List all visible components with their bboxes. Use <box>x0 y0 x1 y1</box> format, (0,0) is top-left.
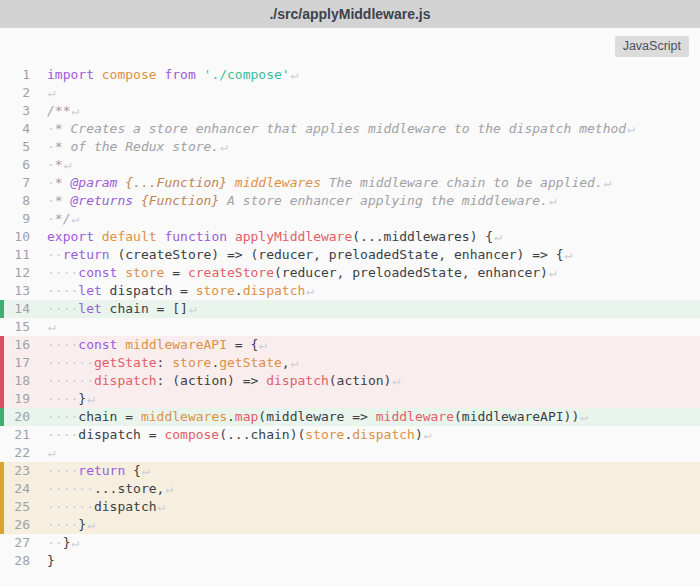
line-number: 6 <box>0 156 47 174</box>
eol-marker-icon: ↵ <box>290 67 299 82</box>
code-line-7: 7·* @param {...Function} middlewares The… <box>0 174 700 192</box>
code-line-20: 20····chain = middlewares.map(middleware… <box>0 408 700 426</box>
code-line-15: 15↵ <box>0 318 700 336</box>
code-line-13: 13····let dispatch = store.dispatch↵ <box>0 282 700 300</box>
eol-marker-icon: ↵ <box>290 355 299 370</box>
eol-marker-icon: ↵ <box>47 445 56 460</box>
code-line-28: 28} <box>0 552 700 570</box>
line-number: 28 <box>0 552 47 570</box>
line-content: ······getState: store.getState,↵ <box>47 354 700 372</box>
badge-row: JavaScript <box>0 28 700 66</box>
code-line-22: 22↵ <box>0 444 700 462</box>
line-content: ····const store = createStore(reducer, p… <box>47 264 700 282</box>
line-number: 20 <box>0 408 47 426</box>
code-line-8: 8·* @returns {Function} A store enhancer… <box>0 192 700 210</box>
line-content: ·* of the Redux store.↵ <box>47 138 700 156</box>
eol-marker-icon: ↵ <box>188 301 197 316</box>
eol-marker-icon: ↵ <box>86 517 95 532</box>
line-number: 15 <box>0 318 47 336</box>
code-line-10: 10export default function applyMiddlewar… <box>0 228 700 246</box>
eol-marker-icon: ↵ <box>258 337 267 352</box>
eol-marker-icon: ↵ <box>579 409 588 424</box>
eol-marker-icon: ↵ <box>493 229 502 244</box>
language-badge: JavaScript <box>615 36 689 57</box>
eol-marker-icon: ↵ <box>626 121 635 136</box>
code-line-25: 25······dispatch↵ <box>0 498 700 516</box>
code-line-1: 1import compose from './compose'↵ <box>0 66 700 84</box>
eol-marker-icon: ↵ <box>391 373 400 388</box>
eol-marker-icon: ↵ <box>70 103 79 118</box>
line-content: ····let dispatch = store.dispatch↵ <box>47 282 700 300</box>
code-line-23: 23····return {↵ <box>0 462 700 480</box>
code-editor: 1import compose from './compose'↵2↵3/**↵… <box>0 66 700 570</box>
line-number: 25 <box>0 498 47 516</box>
line-number: 11 <box>0 246 47 264</box>
line-number: 9 <box>0 210 47 228</box>
code-line-26: 26····}↵ <box>0 516 700 534</box>
line-content: ↵ <box>47 444 700 462</box>
line-number: 22 <box>0 444 47 462</box>
line-content: } <box>47 552 700 570</box>
window-title-bar: ./src/applyMiddleware.js <box>0 0 700 28</box>
code-line-16: 16····const middlewareAPI = {↵ <box>0 336 700 354</box>
eol-marker-icon: ↵ <box>164 481 173 496</box>
line-content: ······dispatch↵ <box>47 498 700 516</box>
eol-marker-icon: ↵ <box>219 139 228 154</box>
line-number: 21 <box>0 426 47 444</box>
line-number: 16 <box>0 336 47 354</box>
line-content: import compose from './compose'↵ <box>47 66 700 84</box>
line-content: ·* Creates a store enhancer that applies… <box>47 120 700 138</box>
line-content: ····dispatch = compose(...chain)(store.d… <box>47 426 700 444</box>
line-number: 13 <box>0 282 47 300</box>
line-number: 12 <box>0 264 47 282</box>
eol-marker-icon: ↵ <box>141 463 150 478</box>
line-number: 3 <box>0 102 47 120</box>
line-number: 8 <box>0 192 47 210</box>
eol-marker-icon: ↵ <box>70 211 79 226</box>
line-number: 14 <box>0 300 47 318</box>
line-number: 7 <box>0 174 47 192</box>
eol-marker-icon: ↵ <box>63 157 72 172</box>
eol-marker-icon: ↵ <box>47 85 56 100</box>
code-line-17: 17······getState: store.getState,↵ <box>0 354 700 372</box>
line-content: ·*↵ <box>47 156 700 174</box>
code-line-12: 12····const store = createStore(reducer,… <box>0 264 700 282</box>
line-number: 1 <box>0 66 47 84</box>
line-content: ····chain = middlewares.map(middleware =… <box>47 408 700 426</box>
eol-marker-icon: ↵ <box>564 247 573 262</box>
code-line-5: 5·* of the Redux store.↵ <box>0 138 700 156</box>
code-line-24: 24······...store,↵ <box>0 480 700 498</box>
line-number: 18 <box>0 372 47 390</box>
line-number: 5 <box>0 138 47 156</box>
line-number: 10 <box>0 228 47 246</box>
line-number: 24 <box>0 480 47 498</box>
file-path-title: ./src/applyMiddleware.js <box>269 6 430 22</box>
code-line-6: 6·*↵ <box>0 156 700 174</box>
eol-marker-icon: ↵ <box>603 175 612 190</box>
eol-marker-icon: ↵ <box>157 499 166 514</box>
line-content: ↵ <box>47 318 700 336</box>
line-content: ····let chain = []↵ <box>47 300 700 318</box>
eol-marker-icon: ↵ <box>548 193 557 208</box>
code-line-4: 4·* Creates a store enhancer that applie… <box>0 120 700 138</box>
code-line-3: 3/**↵ <box>0 102 700 120</box>
line-content: ··return (createStore) => (reducer, prel… <box>47 246 700 264</box>
line-content: ····}↵ <box>47 390 700 408</box>
line-number: 19 <box>0 390 47 408</box>
line-content: ······dispatch: (action) => dispatch(act… <box>47 372 700 390</box>
line-content: ····const middlewareAPI = {↵ <box>47 336 700 354</box>
code-line-9: 9·*/↵ <box>0 210 700 228</box>
line-number: 27 <box>0 534 47 552</box>
line-content: ····return {↵ <box>47 462 700 480</box>
line-content: ·* @returns {Function} A store enhancer … <box>47 192 700 210</box>
line-content: ··}↵ <box>47 534 700 552</box>
code-line-19: 19····}↵ <box>0 390 700 408</box>
eol-marker-icon: ↵ <box>548 265 557 280</box>
eol-marker-icon: ↵ <box>47 319 56 334</box>
line-number: 4 <box>0 120 47 138</box>
line-content: ······...store,↵ <box>47 480 700 498</box>
line-content: ····}↵ <box>47 516 700 534</box>
line-number: 26 <box>0 516 47 534</box>
line-number: 23 <box>0 462 47 480</box>
code-line-18: 18······dispatch: (action) => dispatch(a… <box>0 372 700 390</box>
